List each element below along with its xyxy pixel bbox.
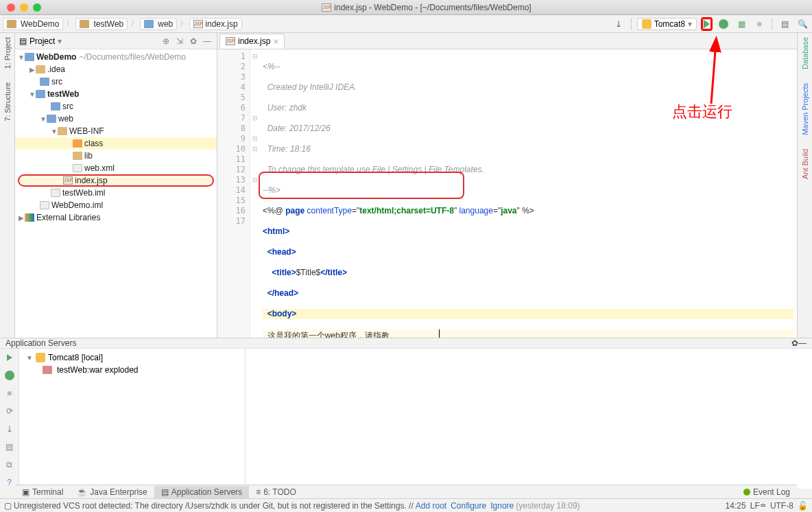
servers-filter-button[interactable]: ⧉: [3, 458, 16, 471]
servers-stop-button[interactable]: ■: [3, 387, 16, 399]
tree-src2[interactable]: src: [15, 100, 217, 113]
tool-structure[interactable]: 7: Structure: [3, 82, 12, 121]
breadcrumb-web[interactable]: web: [140, 18, 177, 30]
play-icon: [704, 20, 710, 28]
tree-lib[interactable]: lib: [15, 150, 217, 162]
settings-icon[interactable]: ✿: [188, 36, 199, 47]
tree-root[interactable]: ▼WebDemo~/Documents/files/WebDemo: [15, 51, 217, 63]
collapse-all-icon[interactable]: ⇲: [174, 36, 185, 47]
breadcrumb-testweb[interactable]: testWeb: [75, 18, 128, 30]
tree-idea[interactable]: ▶.idea: [15, 63, 217, 75]
tomcat-icon: [642, 19, 652, 29]
svg-line-0: [711, 42, 716, 104]
line-separator[interactable]: LF: [750, 501, 760, 511]
project-panel-title: Project: [29, 36, 55, 46]
project-panel-icon: ▤: [19, 36, 27, 46]
bug-icon: [719, 19, 728, 29]
status-bar: ▢ Unregistered VCS root detected: The di…: [0, 498, 812, 512]
servers-artifact-button[interactable]: ▤: [3, 441, 16, 453]
tree-webdemo-iml[interactable]: WebDemo.iml: [15, 199, 217, 211]
annotation-code-box: [259, 172, 464, 199]
tool-project[interactable]: 1: Project: [3, 37, 12, 69]
minimize-window-icon[interactable]: [20, 3, 28, 12]
status-configure[interactable]: Configure: [451, 501, 486, 511]
servers-debug-button[interactable]: [3, 369, 16, 382]
cursor-position[interactable]: 14:25: [726, 501, 746, 511]
tool-database[interactable]: Database: [801, 37, 809, 69]
hide-panel-icon[interactable]: ―: [202, 36, 213, 47]
close-window-icon[interactable]: [7, 3, 15, 12]
tree-testweb[interactable]: ▼testWeb: [15, 88, 217, 100]
server-tomcat8[interactable]: ▼Tomcat8 [local]: [22, 351, 242, 364]
tab-indexjsp[interactable]: JSPindex.jsp×: [219, 34, 285, 49]
tree-webxml[interactable]: web.xml: [15, 162, 217, 174]
readonly-lock-icon[interactable]: 🔓: [798, 501, 808, 511]
tree-class[interactable]: class: [15, 137, 217, 150]
annotation-text: 点击运行: [672, 102, 732, 122]
debug-button[interactable]: [717, 17, 730, 31]
servers-output: [246, 349, 812, 489]
tab-todo[interactable]: ≡ 6: TODO: [249, 486, 303, 498]
status-timestamp: (yesterday 18:09): [516, 501, 580, 511]
servers-help-button[interactable]: ?: [3, 476, 16, 489]
status-icon[interactable]: ▢: [4, 501, 12, 511]
servers-deploy-button[interactable]: ⟳: [3, 405, 16, 417]
run-config-selector[interactable]: Tomcat8 ▾: [637, 18, 697, 30]
tree-testweb-iml[interactable]: testWeb.iml: [15, 187, 217, 199]
servers-toolbar: ■ ⟳ ⤓ ▤ ⧉ ?: [0, 349, 19, 489]
nav-breadcrumb-bar: WebDemo 〉 testWeb 〉 web 〉 JSPindex.jsp ⤓…: [0, 15, 812, 33]
server-artifact[interactable]: testWeb:war exploded: [22, 364, 242, 376]
layout-button[interactable]: ▤: [778, 17, 791, 31]
file-encoding[interactable]: UTF-8: [770, 501, 793, 511]
servers-settings-icon[interactable]: ✿: [791, 338, 798, 348]
annotation-arrow: [701, 38, 728, 109]
jsp-file-icon: JSP: [63, 176, 73, 185]
servers-hide-icon[interactable]: ―: [798, 338, 807, 348]
breadcrumb-indexjsp[interactable]: JSPindex.jsp: [189, 18, 241, 30]
tomcat-icon: [36, 353, 45, 362]
servers-run-button[interactable]: [3, 351, 16, 364]
bottom-tool-tabs: ▣ Terminal ☕ Java Enterprise ▤ Applicati…: [15, 485, 797, 498]
servers-tree[interactable]: ▼Tomcat8 [local] testWeb:war exploded: [19, 349, 246, 489]
status-message: Unregistered VCS root detected: The dire…: [14, 501, 414, 511]
titlebar: JSP index.jsp - WebDemo - [~/Documents/f…: [0, 0, 812, 15]
autoscroll-icon[interactable]: ⊕: [160, 36, 171, 47]
tree-src[interactable]: src: [15, 75, 217, 88]
window-title: JSP index.jsp - WebDemo - [~/Documents/f…: [41, 3, 812, 12]
servers-update-button[interactable]: ⤓: [3, 423, 16, 435]
tool-ant[interactable]: Ant Build: [801, 149, 809, 179]
tree-webinf[interactable]: ▼WEB-INF: [15, 125, 217, 137]
tab-event-log[interactable]: Event Log: [737, 486, 797, 498]
tree-external-libs[interactable]: ▶External Libraries: [15, 211, 217, 224]
tree-indexjsp-selected[interactable]: JSP index.jsp: [18, 174, 214, 187]
tab-app-servers[interactable]: ▤ Application Servers: [154, 486, 249, 498]
tree-web[interactable]: ▼web: [15, 113, 217, 125]
tool-maven[interactable]: Maven Projects: [801, 83, 809, 135]
search-everywhere-icon[interactable]: 🔍: [796, 17, 809, 31]
coverage-button[interactable]: ▦: [735, 17, 748, 31]
breadcrumb-webdemo[interactable]: WebDemo: [3, 18, 63, 30]
zoom-window-icon[interactable]: [33, 3, 41, 12]
run-button[interactable]: [701, 17, 713, 31]
build-icon[interactable]: ⤓: [612, 17, 625, 31]
stop-button[interactable]: ■: [752, 17, 766, 31]
close-tab-icon[interactable]: ×: [273, 36, 278, 47]
project-panel-header: ▤ Project ▾ ⊕ ⇲ ✿ ―: [15, 33, 217, 49]
tab-terminal[interactable]: ▣ Terminal: [15, 486, 70, 498]
app-servers-title: Application Servers: [5, 338, 76, 348]
app-servers-header: Application Servers ✿ ―: [0, 338, 812, 349]
status-add-root[interactable]: Add root: [416, 501, 446, 511]
jsp-file-icon: JSP: [322, 3, 331, 12]
tab-java-enterprise[interactable]: ☕ Java Enterprise: [70, 486, 154, 498]
status-ignore[interactable]: Ignore: [490, 501, 514, 511]
